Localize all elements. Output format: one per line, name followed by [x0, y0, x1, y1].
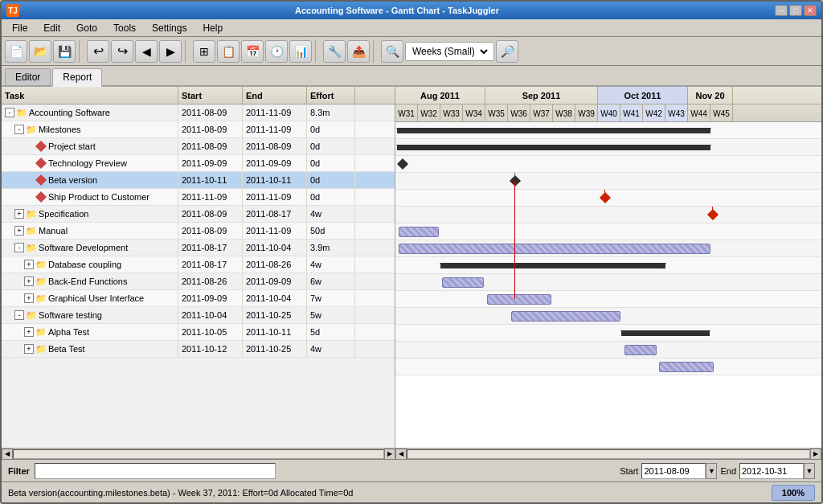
gantt-bar-summary	[397, 145, 710, 150]
task-rows: -📁Accounting Software2011-08-092011-11-0…	[2, 104, 395, 448]
month-sep: Sep 2011	[485, 87, 598, 104]
export-button[interactable]: 📤	[347, 40, 370, 63]
task-row[interactable]: +📁Back-End Functions2011-08-262011-09-09…	[2, 273, 395, 290]
next-button[interactable]: ▶	[159, 40, 182, 63]
expand-button[interactable]: +	[24, 293, 34, 303]
scroll-right-btn[interactable]: ▶	[384, 449, 395, 460]
task-effort: 0d	[307, 189, 355, 205]
task-row[interactable]: Technology Preview2011-09-092011-09-090d	[2, 155, 395, 172]
zoom-out-button[interactable]: 🔍	[381, 40, 403, 63]
left-scroll-track[interactable]	[13, 449, 384, 459]
week-cell: W42	[643, 104, 665, 122]
menu-tools[interactable]: Tools	[106, 20, 143, 36]
task-start: 2011-08-09	[178, 206, 243, 222]
task-name: Specification	[39, 209, 88, 219]
task-row[interactable]: +📁Database coupling2011-08-172011-08-264…	[2, 256, 395, 273]
gantt-row	[395, 325, 821, 342]
calendar-button[interactable]: 📅	[241, 40, 264, 63]
start-date-input[interactable]	[641, 463, 706, 479]
expand-button[interactable]: +	[24, 277, 34, 286]
clock-button[interactable]: 🕐	[265, 40, 288, 63]
task-row[interactable]: +📁Beta Test2011-10-122011-10-254w	[2, 341, 395, 358]
task-icon: 📁	[26, 242, 37, 253]
expand-button[interactable]: -	[14, 310, 24, 320]
task-row[interactable]: -📁Accounting Software2011-08-092011-11-0…	[2, 104, 395, 121]
filter-label: Filter	[8, 466, 30, 476]
undo-button[interactable]: ↩	[87, 40, 109, 63]
right-scroll-track[interactable]	[407, 449, 810, 459]
task-effort: 0d	[307, 138, 355, 154]
gantt-bar-task	[442, 277, 484, 288]
month-row: Aug 2011 Sep 2011 Oct 2011 Nov 20	[395, 87, 821, 104]
maximize-button[interactable]: □	[789, 5, 802, 16]
task-name: Back-End Functions	[48, 277, 127, 286]
gantt-row	[395, 274, 821, 291]
report-button[interactable]: 📊	[289, 40, 312, 63]
menu-goto[interactable]: Goto	[69, 20, 104, 36]
redo-button[interactable]: ↪	[111, 40, 133, 63]
task-header: Task Start End Effort	[2, 87, 395, 104]
tab-report[interactable]: Report	[52, 68, 102, 87]
open-button[interactable]: 📂	[29, 40, 51, 63]
task-start: 2011-09-09	[178, 155, 243, 171]
task-row[interactable]: Beta version2011-10-112011-10-110d	[2, 172, 395, 189]
expand-button[interactable]: +	[24, 327, 34, 337]
menu-edit[interactable]: Edit	[36, 20, 68, 36]
task-start: 2011-08-09	[178, 104, 243, 121]
menu-file[interactable]: File	[5, 20, 35, 36]
week-cell: W45	[710, 104, 733, 122]
expand-button[interactable]: -	[14, 243, 24, 252]
task-row[interactable]: -📁Milestones2011-08-092011-11-090d	[2, 121, 395, 138]
menu-settings[interactable]: Settings	[145, 20, 194, 36]
gantt-row	[395, 359, 821, 375]
task-row[interactable]: +📁Alpha Test2011-10-052011-10-115d	[2, 324, 395, 341]
expand-button[interactable]: +	[14, 226, 24, 236]
task-row[interactable]: -📁Software testing2011-10-042011-10-255w	[2, 307, 395, 324]
task-effort: 3.9m	[307, 240, 355, 256]
save-button[interactable]: 💾	[53, 40, 76, 63]
filter-input[interactable]	[35, 463, 276, 479]
gantt-scroll-right-btn[interactable]: ▶	[810, 449, 821, 460]
zoom-select[interactable]: Weeks (Small) Weeks (Large) Days (Small)…	[409, 45, 490, 58]
task-name: Database coupling	[48, 260, 121, 269]
task-name-cell: +📁Graphical User Interface	[2, 290, 178, 306]
tasks-button[interactable]: 📋	[217, 40, 240, 63]
task-row[interactable]: Ship Product to Customer2011-11-092011-1…	[2, 189, 395, 206]
task-name: Ship Product to Customer	[48, 192, 149, 202]
expand-button[interactable]: +	[24, 344, 34, 354]
task-row[interactable]: +📁Manual2011-08-092011-11-0950d	[2, 223, 395, 240]
wrench-button[interactable]: 🔧	[323, 40, 346, 63]
start-date-dropdown[interactable]: ▼	[706, 463, 717, 479]
zoom-in-button[interactable]: 🔎	[496, 40, 518, 63]
progress-button[interactable]: 100%	[772, 485, 815, 501]
expand-button[interactable]: -	[5, 108, 14, 117]
task-name-cell: Project start	[2, 138, 178, 154]
task-end: 2011-08-17	[243, 206, 307, 222]
expand-button[interactable]: +	[14, 209, 24, 219]
task-row[interactable]: -📁Software Development2011-08-172011-10-…	[2, 240, 395, 256]
view-button[interactable]: ⊞	[193, 40, 215, 63]
expand-button[interactable]: -	[14, 125, 24, 134]
task-icon: 📁	[26, 208, 37, 219]
gantt-scroll-left-btn[interactable]: ◀	[395, 449, 407, 460]
expand-button[interactable]: +	[24, 260, 34, 269]
minimize-button[interactable]: –	[775, 5, 788, 16]
end-date-input[interactable]	[739, 463, 804, 479]
zoom-dropdown[interactable]: Weeks (Small) Weeks (Large) Days (Small)…	[405, 42, 494, 61]
task-row[interactable]: +📁Specification2011-08-092011-08-174w	[2, 206, 395, 223]
new-button[interactable]: 📄	[5, 40, 27, 63]
task-end: 2011-10-25	[243, 341, 307, 357]
week-cell: W44	[688, 104, 710, 122]
tabs-bar: Editor Report	[2, 66, 821, 87]
task-row[interactable]: +📁Graphical User Interface2011-09-092011…	[2, 290, 395, 307]
task-start: 2011-08-26	[178, 273, 243, 289]
task-row[interactable]: Project start2011-08-092011-08-090d	[2, 138, 395, 155]
prev-button[interactable]: ◀	[135, 40, 158, 63]
close-button[interactable]: ✕	[804, 5, 817, 16]
task-name-cell: +📁Database coupling	[2, 256, 178, 272]
task-name: Software testing	[39, 310, 102, 320]
end-date-dropdown[interactable]: ▼	[804, 463, 815, 479]
menu-help[interactable]: Help	[195, 20, 230, 36]
scroll-left-btn[interactable]: ◀	[2, 449, 13, 460]
tab-editor[interactable]: Editor	[5, 68, 51, 85]
